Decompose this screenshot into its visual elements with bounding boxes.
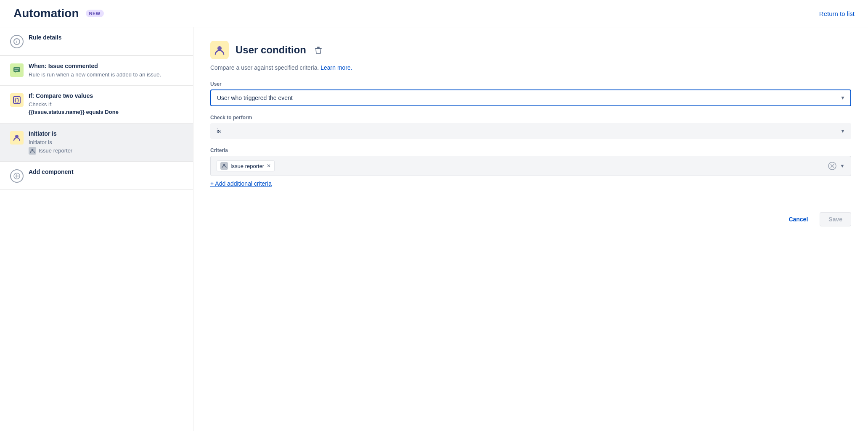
sidebar: i Rule details bbox=[0, 27, 193, 431]
sidebar-item-desc-if: Checks if: {{issue.status.name}} equals … bbox=[29, 101, 183, 116]
sidebar-item-initiator-is[interactable]: Initiator is Initiator is Issue reporter bbox=[0, 124, 193, 162]
criteria-tag: Issue reporter ✕ bbox=[217, 160, 275, 171]
criteria-box: Issue reporter ✕ ▼ bbox=[210, 156, 851, 176]
criteria-field-group: Criteria Issue reporter ✕ bbox=[210, 147, 851, 187]
user-avatar-small-icon bbox=[29, 147, 36, 155]
sidebar-sub-item-initiator: Issue reporter bbox=[29, 147, 183, 155]
learn-more-link[interactable]: Learn more. bbox=[320, 64, 352, 71]
sidebar-item-text-when: When: Issue commented Rule is run when a… bbox=[29, 63, 183, 79]
sidebar-item-text-add: Add component bbox=[29, 168, 183, 177]
svg-text:{}: {} bbox=[14, 97, 19, 103]
sidebar-sub-label-initiator: Issue reporter bbox=[39, 147, 72, 155]
sidebar-item-if-compare[interactable]: {} If: Compare two values Checks if: {{i… bbox=[0, 86, 193, 123]
criteria-tag-label: Issue reporter bbox=[230, 163, 264, 169]
criteria-right: ▼ bbox=[828, 162, 845, 170]
app-container: Automation NEW Return to list i Rule det… bbox=[0, 0, 868, 431]
criteria-clear-icon[interactable] bbox=[828, 162, 836, 170]
new-badge: NEW bbox=[86, 10, 104, 17]
panel-title: User condition bbox=[236, 44, 306, 56]
trash-icon[interactable] bbox=[315, 46, 322, 54]
panel-desc-text: Compare a user against specified criteri… bbox=[210, 64, 319, 71]
criteria-field-label: Criteria bbox=[210, 147, 851, 153]
save-button[interactable]: Save bbox=[820, 212, 851, 226]
sidebar-item-add-component[interactable]: Add component bbox=[0, 162, 193, 190]
panel-header: User condition bbox=[210, 41, 851, 59]
add-icon bbox=[10, 169, 24, 183]
svg-rect-14 bbox=[317, 47, 320, 48]
user-select[interactable]: User who triggered the event Issue repor… bbox=[210, 89, 851, 106]
sidebar-item-title-when: When: Issue commented bbox=[29, 63, 183, 69]
sidebar-item-title-if: If: Compare two values bbox=[29, 92, 183, 99]
sidebar-item-title-initiator: Initiator is bbox=[29, 130, 183, 137]
page-title: Automation bbox=[13, 7, 79, 20]
return-to-list-link[interactable]: Return to list bbox=[819, 10, 855, 17]
sidebar-item-text-rule-details: Rule details bbox=[29, 34, 183, 42]
header-left: Automation NEW bbox=[13, 7, 104, 20]
user-field-label: User bbox=[210, 81, 851, 87]
sidebar-item-text-if: If: Compare two values Checks if: {{issu… bbox=[29, 92, 183, 116]
right-panel: User condition Compare a user against sp… bbox=[193, 27, 868, 431]
main-content: i Rule details bbox=[0, 27, 868, 431]
svg-rect-2 bbox=[13, 67, 20, 72]
user-condition-icon bbox=[10, 131, 24, 145]
info-icon: i bbox=[10, 35, 24, 48]
compare-icon: {} bbox=[10, 93, 24, 107]
sidebar-item-desc-prefix-if: Checks if: bbox=[29, 101, 53, 108]
panel-desc: Compare a user against specified criteri… bbox=[210, 64, 851, 71]
svg-point-12 bbox=[217, 46, 222, 50]
sidebar-item-desc-prefix-initiator: Initiator is bbox=[29, 139, 52, 145]
criteria-chevron-icon[interactable]: ▼ bbox=[840, 163, 845, 169]
sidebar-item-when-issue-commented[interactable]: When: Issue commented Rule is run when a… bbox=[0, 56, 193, 86]
svg-text:i: i bbox=[16, 39, 18, 44]
sidebar-item-text-initiator: Initiator is Initiator is Issue reporter bbox=[29, 130, 183, 155]
check-select-wrapper: is is not ▼ bbox=[210, 123, 851, 139]
header: Automation NEW Return to list bbox=[0, 0, 868, 27]
user-field-group: User User who triggered the event Issue … bbox=[210, 81, 851, 106]
cancel-button[interactable]: Cancel bbox=[782, 213, 815, 226]
panel-icon bbox=[210, 41, 229, 59]
user-select-wrapper: User who triggered the event Issue repor… bbox=[210, 89, 851, 106]
panel-footer: Cancel Save bbox=[210, 204, 851, 226]
criteria-tag-remove[interactable]: ✕ bbox=[267, 163, 271, 169]
check-field-label: Check to perform bbox=[210, 115, 851, 121]
sidebar-item-title-rule-details: Rule details bbox=[29, 34, 183, 41]
add-criteria-link[interactable]: + Add additional criteria bbox=[210, 180, 272, 187]
criteria-avatar-icon bbox=[220, 162, 228, 170]
criteria-left: Issue reporter ✕ bbox=[217, 160, 828, 171]
comment-icon bbox=[10, 63, 24, 77]
sidebar-item-title-add: Add component bbox=[29, 168, 183, 175]
sidebar-item-desc-bold-if: {{issue.status.name}} equals Done bbox=[29, 109, 119, 115]
sidebar-item-desc-when: Rule is run when a new comment is added … bbox=[29, 71, 183, 79]
sidebar-item-rule-details[interactable]: i Rule details bbox=[0, 27, 193, 55]
check-field-group: Check to perform is is not ▼ bbox=[210, 115, 851, 139]
check-select[interactable]: is is not bbox=[210, 123, 851, 139]
sidebar-item-desc-initiator: Initiator is Issue reporter bbox=[29, 139, 183, 155]
